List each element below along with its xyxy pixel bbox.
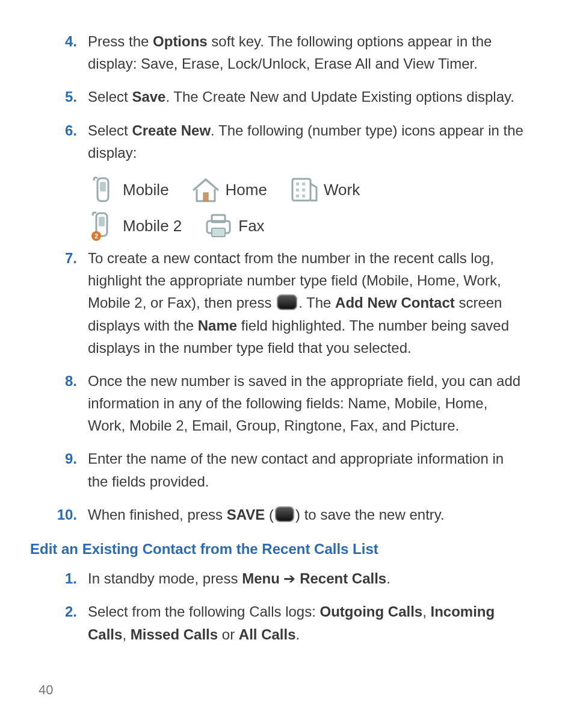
icon-label: Mobile 2 bbox=[123, 214, 182, 238]
step-text: Select Create New. The following (number… bbox=[88, 119, 526, 164]
svg-rect-6 bbox=[296, 188, 299, 191]
step-8: 8. Once the new number is saved in the a… bbox=[30, 370, 526, 437]
step-number: 8. bbox=[30, 370, 88, 437]
icon-fax: Fax bbox=[203, 211, 264, 241]
step-9: 9. Enter the name of the new contact and… bbox=[30, 447, 526, 492]
manual-page: 4. Press the Options soft key. The follo… bbox=[30, 30, 526, 646]
step-2b: 2. Select from the following Calls logs:… bbox=[30, 600, 526, 645]
icon-label: Fax bbox=[238, 214, 264, 238]
icon-row-1: Mobile Home Work bbox=[88, 175, 526, 205]
svg-rect-8 bbox=[296, 194, 299, 198]
step-10: 10. When finished, press SAVE () to save… bbox=[30, 503, 526, 526]
step-text: Select from the following Calls logs: Ou… bbox=[88, 600, 526, 645]
icon-mobile2: 2 Mobile 2 bbox=[88, 211, 182, 241]
steps-list: 4. Press the Options soft key. The follo… bbox=[30, 30, 526, 164]
svg-rect-16 bbox=[212, 228, 225, 237]
step-number: 10. bbox=[30, 503, 88, 526]
svg-rect-2 bbox=[203, 193, 208, 201]
step-5: 5. Select Save. The Create New and Updat… bbox=[30, 86, 526, 108]
mobile2-icon: 2 bbox=[88, 211, 118, 241]
step-number: 9. bbox=[30, 447, 88, 492]
icon-label: Home bbox=[226, 178, 267, 202]
work-icon bbox=[289, 175, 319, 205]
step-text: To create a new contact from the number … bbox=[88, 247, 526, 359]
fax-icon bbox=[203, 211, 233, 241]
svg-rect-3 bbox=[292, 179, 310, 201]
svg-rect-11 bbox=[99, 217, 105, 226]
step-number: 5. bbox=[30, 86, 88, 108]
step-6: 6. Select Create New. The following (num… bbox=[30, 119, 526, 164]
icon-mobile: Mobile bbox=[88, 175, 169, 205]
icon-label: Work bbox=[324, 178, 360, 202]
mobile-icon bbox=[88, 175, 118, 205]
svg-text:2: 2 bbox=[94, 232, 98, 240]
step-number: 6. bbox=[30, 119, 88, 164]
icon-label: Mobile bbox=[123, 178, 169, 202]
section-heading: Edit an Existing Contact from the Recent… bbox=[30, 538, 526, 560]
ok-key-icon bbox=[275, 506, 294, 522]
step-7: 7. To create a new contact from the numb… bbox=[30, 247, 526, 359]
step-number: 7. bbox=[30, 247, 88, 359]
step-number: 1. bbox=[30, 567, 88, 590]
step-text: In standby mode, press Menu ➔ Recent Cal… bbox=[88, 567, 526, 590]
step-4: 4. Press the Options soft key. The follo… bbox=[30, 30, 526, 75]
icon-row-2: 2 Mobile 2 Fax bbox=[88, 211, 526, 241]
icon-home: Home bbox=[191, 175, 267, 205]
page-number: 40 bbox=[39, 682, 53, 698]
ok-key-icon bbox=[277, 294, 297, 310]
step-text: Press the Options soft key. The followin… bbox=[88, 30, 526, 75]
home-icon bbox=[191, 175, 221, 205]
svg-rect-1 bbox=[100, 182, 106, 191]
step-1b: 1. In standby mode, press Menu ➔ Recent … bbox=[30, 567, 526, 590]
svg-rect-9 bbox=[302, 194, 305, 198]
step-text: Enter the name of the new contact and ap… bbox=[88, 447, 526, 492]
svg-rect-5 bbox=[302, 182, 305, 185]
steps-list-2: 1. In standby mode, press Menu ➔ Recent … bbox=[30, 567, 526, 646]
step-text: When finished, press SAVE () to save the… bbox=[88, 503, 526, 526]
svg-rect-4 bbox=[296, 182, 299, 185]
number-type-icons: Mobile Home Work bbox=[30, 175, 526, 241]
step-number: 4. bbox=[30, 30, 88, 75]
step-text: Once the new number is saved in the appr… bbox=[88, 370, 526, 437]
svg-rect-7 bbox=[302, 188, 305, 191]
step-number: 2. bbox=[30, 600, 88, 645]
step-text: Select Save. The Create New and Update E… bbox=[88, 86, 526, 108]
icon-work: Work bbox=[289, 175, 360, 205]
steps-list-cont: 7. To create a new contact from the numb… bbox=[30, 247, 526, 526]
